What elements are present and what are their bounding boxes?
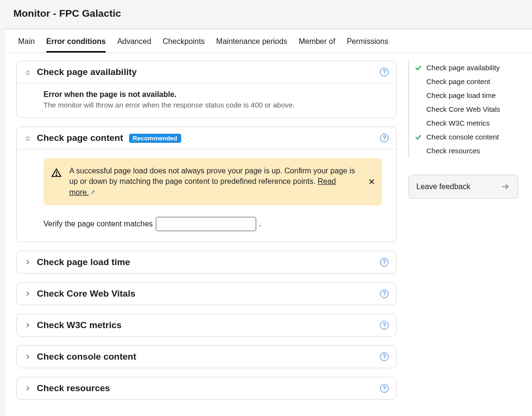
- section-check-page-content: Check page content Recommended ? A succe: [16, 127, 397, 242]
- section-title: Check page load time: [37, 257, 130, 267]
- help-icon[interactable]: ?: [380, 289, 389, 298]
- page-title: Monitor - FPC Galactic: [0, 0, 532, 29]
- verify-label: Verify the page content matches: [43, 220, 153, 228]
- tab-member-of[interactable]: Member of: [299, 30, 335, 53]
- nav-item-label: Check W3C metrics: [426, 119, 490, 127]
- help-icon[interactable]: ?: [380, 134, 389, 142]
- chevron-right-icon: [24, 353, 31, 360]
- section-title: Check console content: [37, 352, 136, 362]
- tab-main[interactable]: Main: [18, 30, 35, 53]
- verify-label-suffix: .: [259, 220, 261, 228]
- section-title: Check W3C metrics: [37, 320, 121, 331]
- nav-item-label: Check resources: [426, 147, 480, 155]
- feedback-label: Leave feedback: [416, 182, 470, 191]
- nav-item-label: Check page load time: [426, 91, 496, 99]
- close-icon[interactable]: ✕: [368, 177, 375, 187]
- help-icon[interactable]: ?: [380, 384, 389, 393]
- nav-item-console[interactable]: Check console content: [409, 130, 519, 144]
- leave-feedback-button[interactable]: Leave feedback: [408, 175, 518, 199]
- tab-error-conditions[interactable]: Error conditions: [46, 30, 106, 53]
- section-check-core-web-vitals: Check Core Web Vitals ?: [16, 282, 397, 305]
- section-header-cwv[interactable]: Check Core Web Vitals ?: [17, 283, 396, 305]
- section-header-content[interactable]: Check page content Recommended ?: [17, 127, 396, 149]
- section-title: Check resources: [37, 383, 110, 394]
- section-header-resources[interactable]: Check resources ?: [17, 377, 396, 399]
- section-header-loadtime[interactable]: Check page load time ?: [17, 251, 396, 273]
- tab-advanced[interactable]: Advanced: [117, 30, 151, 53]
- nav-item-label: Check console content: [426, 133, 499, 141]
- section-header-availability[interactable]: Check page availability ?: [17, 61, 396, 83]
- nav-item-label: Check page content: [426, 77, 490, 85]
- chevron-right-icon: [24, 385, 31, 392]
- recommended-badge: Recommended: [129, 134, 181, 143]
- nav-item-availability[interactable]: Check page availability: [409, 61, 519, 75]
- section-check-w3c-metrics: Check W3C metrics ?: [16, 314, 397, 337]
- chevron-right-icon: [24, 259, 31, 266]
- page-content-match-input[interactable]: [156, 217, 256, 231]
- chevron-right-icon: [24, 290, 31, 297]
- external-link-icon: ↗: [90, 189, 95, 196]
- nav-item-loadtime[interactable]: Check page load time: [409, 88, 519, 102]
- nav-item-w3c[interactable]: Check W3C metrics: [409, 116, 519, 130]
- section-check-page-load-time: Check page load time ?: [16, 251, 397, 274]
- tab-checkpoints[interactable]: Checkpoints: [163, 30, 205, 53]
- chevron-right-icon: [24, 322, 31, 329]
- check-icon: [414, 133, 423, 141]
- help-icon[interactable]: ?: [380, 321, 389, 330]
- warning-icon: [51, 168, 62, 198]
- section-check-page-availability: Check page availability ? Error when the…: [16, 61, 397, 118]
- nav-item-content[interactable]: Check page content: [409, 75, 519, 88]
- nav-item-label: Check Core Web Vitals: [426, 105, 500, 113]
- alert-text: A successful page load does not always p…: [69, 166, 361, 198]
- section-title: Check page content: [37, 133, 123, 143]
- availability-error-desc: The monitor will throw an error when the…: [43, 101, 389, 109]
- section-check-resources: Check resources ?: [16, 377, 397, 400]
- nav-item-resources[interactable]: Check resources: [409, 144, 519, 158]
- check-icon: [414, 64, 423, 72]
- help-icon[interactable]: ?: [380, 352, 389, 361]
- section-title: Check page availability: [37, 67, 137, 77]
- section-check-console-content: Check console content ?: [16, 345, 397, 368]
- nav-item-cwv[interactable]: Check Core Web Vitals: [409, 102, 519, 116]
- section-title: Check Core Web Vitals: [37, 288, 135, 299]
- help-icon[interactable]: ?: [380, 258, 389, 267]
- collapse-icon: [24, 135, 31, 141]
- nav-item-label: Check page availability: [426, 64, 499, 72]
- section-header-console[interactable]: Check console content ?: [17, 346, 396, 368]
- arrow-right-icon: [500, 182, 510, 192]
- section-nav: Check page availability Check page conte…: [408, 61, 519, 158]
- section-header-w3c[interactable]: Check W3C metrics ?: [17, 314, 396, 336]
- info-alert: A successful page load does not always p…: [43, 158, 382, 205]
- tab-bar: Main Error conditions Advanced Checkpoin…: [5, 30, 532, 53]
- availability-error-title: Error when the page is not available.: [43, 90, 389, 99]
- tab-permissions[interactable]: Permissions: [347, 30, 388, 53]
- tab-maintenance-periods[interactable]: Maintenance periods: [216, 30, 287, 53]
- help-icon[interactable]: ?: [380, 68, 389, 76]
- svg-point-3: [56, 175, 56, 175]
- collapse-icon: [24, 69, 31, 75]
